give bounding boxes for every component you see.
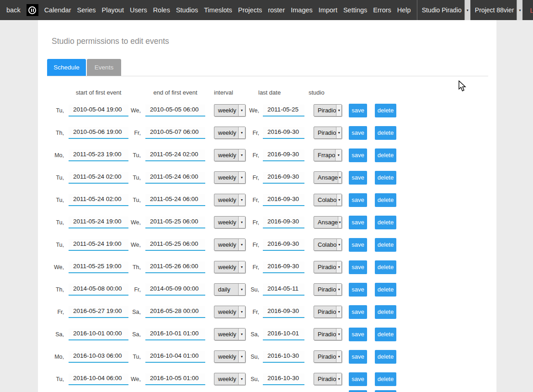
interval-select[interactable]: weekly ▼ [214, 216, 245, 228]
end-datetime-input[interactable] [145, 306, 205, 318]
save-button[interactable]: save [349, 390, 367, 392]
start-datetime-input[interactable] [69, 239, 128, 251]
nav-item-settings[interactable]: Settings [343, 6, 367, 14]
save-button[interactable]: save [349, 238, 367, 252]
nav-item-import[interactable]: Import [319, 6, 337, 14]
delete-button[interactable]: delete [375, 104, 396, 117]
end-datetime-input[interactable] [145, 328, 205, 340]
studio-select[interactable]: Piradio ▼ [314, 261, 342, 273]
last-date-input[interactable] [263, 351, 304, 363]
nav-item-images[interactable]: Images [291, 6, 313, 14]
studio-select[interactable]: Piradio ▼ [314, 306, 342, 318]
nav-item-errors[interactable]: Errors [373, 6, 391, 14]
project-select[interactable]: Project 88vier ▼ [470, 0, 523, 20]
chevron-down-icon[interactable]: ▼ [517, 0, 522, 20]
save-button[interactable]: save [349, 171, 367, 185]
nav-item-roster[interactable]: roster [268, 6, 285, 14]
nav-item-series[interactable]: Series [77, 6, 96, 14]
last-date-input[interactable] [263, 127, 304, 139]
last-date-input[interactable] [263, 306, 304, 318]
nav-item-back[interactable]: back [6, 6, 21, 14]
studio-select[interactable]: Piradio ▼ [314, 104, 342, 117]
studio-select[interactable]: Frrapo ▼ [314, 149, 342, 161]
nav-item-projects[interactable]: Projects [238, 6, 262, 14]
start-datetime-input[interactable] [69, 284, 128, 296]
last-date-input[interactable] [263, 328, 304, 340]
save-button[interactable]: save [349, 104, 367, 117]
interval-select[interactable]: weekly ▼ [214, 171, 245, 184]
delete-button[interactable]: delete [375, 238, 396, 252]
end-datetime-input[interactable] [145, 194, 205, 206]
start-datetime-input[interactable] [69, 149, 128, 161]
delete-button[interactable]: delete [375, 260, 396, 274]
interval-select[interactable]: weekly ▼ [214, 194, 245, 206]
start-datetime-input[interactable] [69, 172, 128, 184]
nav-item-playout[interactable]: Playout [102, 6, 124, 14]
save-button[interactable]: save [349, 305, 367, 319]
interval-select[interactable]: weekly ▼ [214, 350, 245, 363]
last-date-input[interactable] [263, 149, 304, 161]
start-datetime-input[interactable] [69, 261, 128, 273]
studio-select[interactable]: Colabo ▼ [314, 194, 342, 206]
save-button[interactable]: save [349, 372, 367, 386]
end-datetime-input[interactable] [145, 105, 205, 117]
delete-button[interactable]: delete [375, 283, 396, 297]
delete-button[interactable]: delete [375, 193, 396, 207]
start-datetime-input[interactable] [69, 328, 128, 340]
nav-item-studios[interactable]: Studios [176, 6, 198, 14]
end-datetime-input[interactable] [145, 351, 205, 363]
last-date-input[interactable] [263, 172, 304, 184]
last-date-input[interactable] [263, 105, 304, 117]
delete-button[interactable]: delete [375, 372, 396, 386]
end-datetime-input[interactable] [145, 284, 205, 296]
delete-button[interactable]: delete [375, 328, 396, 341]
start-datetime-input[interactable] [69, 217, 128, 228]
start-datetime-input[interactable] [69, 127, 128, 139]
end-datetime-input[interactable] [145, 261, 205, 273]
studio-select[interactable]: Studio Piradio ▼ [417, 0, 470, 20]
save-button[interactable]: save [349, 350, 367, 364]
save-button[interactable]: save [349, 328, 367, 341]
save-button[interactable]: save [349, 260, 367, 274]
delete-button[interactable]: delete [375, 148, 396, 162]
delete-button[interactable]: delete [375, 350, 396, 364]
tab-schedule[interactable]: Schedule [47, 59, 86, 76]
last-date-input[interactable] [263, 217, 304, 228]
interval-select[interactable]: weekly ▼ [214, 127, 245, 139]
end-datetime-input[interactable] [145, 172, 205, 184]
delete-button[interactable]: delete [375, 390, 396, 392]
nav-item-roles[interactable]: Roles [153, 6, 170, 14]
interval-select[interactable]: weekly ▼ [214, 261, 245, 273]
studio-select[interactable]: Piradio ▼ [314, 283, 342, 296]
nav-item-timeslots[interactable]: Timeslots [204, 6, 232, 14]
end-datetime-input[interactable] [145, 239, 205, 251]
save-button[interactable]: save [349, 148, 367, 162]
end-datetime-input[interactable] [145, 217, 205, 228]
last-date-input[interactable] [263, 373, 304, 385]
logout-link[interactable]: Logout [530, 6, 533, 14]
studio-select[interactable]: Piradio ▼ [314, 328, 342, 340]
last-date-input[interactable] [263, 284, 304, 296]
save-button[interactable]: save [349, 193, 367, 207]
interval-select[interactable]: weekly ▼ [214, 373, 245, 385]
station-logo-icon[interactable] [27, 4, 38, 16]
studio-select[interactable]: Ansage ▼ [314, 171, 342, 184]
delete-button[interactable]: delete [375, 171, 396, 185]
end-datetime-input[interactable] [145, 149, 205, 161]
studio-select[interactable]: Piradio ▼ [314, 373, 342, 385]
interval-select[interactable]: weekly ▼ [214, 306, 245, 318]
save-button[interactable]: save [349, 216, 367, 229]
studio-select[interactable]: Piradio ▼ [314, 350, 342, 363]
delete-button[interactable]: delete [375, 305, 396, 319]
save-button[interactable]: save [349, 126, 367, 140]
start-datetime-input[interactable] [69, 105, 128, 117]
start-datetime-input[interactable] [69, 373, 128, 385]
interval-select[interactable]: daily ▼ [214, 283, 245, 296]
save-button[interactable]: save [349, 283, 367, 297]
start-datetime-input[interactable] [69, 351, 128, 363]
delete-button[interactable]: delete [375, 126, 396, 140]
interval-select[interactable]: weekly ▼ [214, 149, 245, 161]
nav-item-help[interactable]: Help [397, 6, 411, 14]
tab-events[interactable]: Events [87, 59, 121, 76]
nav-item-calendar[interactable]: Calendar [44, 6, 71, 14]
